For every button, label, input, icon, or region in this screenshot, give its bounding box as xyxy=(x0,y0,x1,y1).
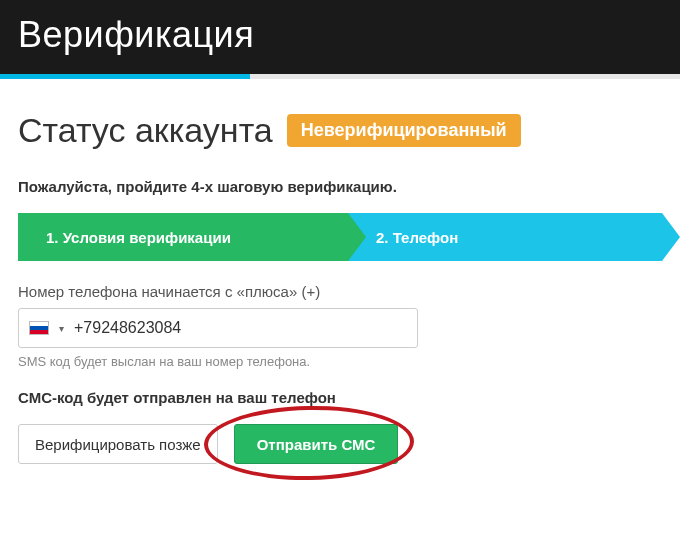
accent-bar xyxy=(0,74,680,79)
send-sms-button[interactable]: Отправить СМС xyxy=(234,424,399,464)
flag-ru-icon[interactable] xyxy=(29,321,49,335)
status-line: Статус аккаунта Неверифицированный xyxy=(18,111,662,150)
step-2-phone[interactable]: 2. Телефон xyxy=(348,213,662,261)
status-title: Статус аккаунта xyxy=(18,111,273,150)
chevron-down-icon[interactable]: ▾ xyxy=(59,323,64,334)
phone-label: Номер телефона начинается с «плюса» (+) xyxy=(18,283,662,300)
page-title: Верификация xyxy=(18,14,662,56)
content-area: Статус аккаунта Неверифицированный Пожал… xyxy=(0,79,680,482)
verify-later-button[interactable]: Верифицировать позже xyxy=(18,424,218,464)
step-1-conditions[interactable]: 1. Условия верификации xyxy=(18,213,348,261)
status-badge: Неверифицированный xyxy=(287,114,521,147)
phone-input-group[interactable]: ▾ xyxy=(18,308,418,348)
instruction-text: Пожалуйста, пройдите 4-х шаговую верифик… xyxy=(18,178,662,195)
page-header: Верификация xyxy=(0,0,680,74)
step-2-label: 2. Телефон xyxy=(376,229,458,246)
phone-input[interactable] xyxy=(74,319,407,337)
action-row: Верифицировать позже Отправить СМС xyxy=(18,424,662,464)
sms-note: СМС-код будет отправлен на ваш телефон xyxy=(18,389,662,406)
step-progress: 1. Условия верификации 2. Телефон xyxy=(18,213,662,261)
annotation-wrap: Отправить СМС xyxy=(234,424,399,464)
step-1-label: 1. Условия верификации xyxy=(46,229,231,246)
phone-hint: SMS код будет выслан на ваш номер телефо… xyxy=(18,354,662,369)
